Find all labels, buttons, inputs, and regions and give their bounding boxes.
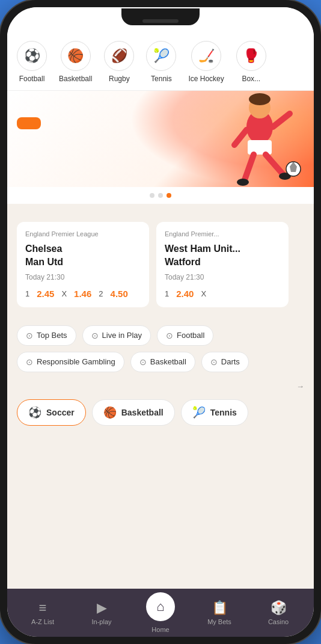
quick-link-0[interactable]: ⊙ Top Bets [17, 325, 76, 346]
svg-line-3 [234, 130, 246, 145]
match-odds-1: 1 2.40X [165, 289, 280, 299]
featured-matches-section: England Premier League ChelseaMan Utd To… [7, 204, 314, 317]
quick-links-grid: ⊙ Top Bets ⊙ Live in Play ⊙ Football ⊙ R… [17, 325, 304, 372]
phone-screen: ⚽ Football 🏀 Basketball 🏈 Rugby 🎾 Tennis… [7, 7, 314, 637]
match-card-1[interactable]: England Premier... West Ham Unit...Watfo… [156, 222, 289, 307]
odds-label-0-0: 1 [25, 289, 29, 298]
chip-icon-1: ⊙ [91, 331, 99, 340]
chip-label-5: Darts [221, 357, 240, 366]
odds-x-1-1: X [201, 289, 206, 298]
phone-notch [121, 8, 200, 25]
tab-label-0: Soccer [46, 408, 75, 417]
sport-icon-tennis: 🎾 [146, 41, 176, 71]
hero-section [7, 91, 314, 204]
nav-item-casino[interactable]: 🎲 Casino [249, 600, 308, 625]
svg-line-7 [266, 155, 283, 174]
sport-label-boxing: Box... [242, 75, 260, 83]
dot-1[interactable] [158, 193, 163, 198]
tab-icon-1: 🏀 [103, 406, 117, 419]
quick-link-4[interactable]: ⊙ Basketball [130, 352, 195, 372]
in-play-section: → ⚽ Soccer 🏀 Basketball 🎾 Tennis [7, 382, 314, 435]
chip-icon-0: ⊙ [26, 331, 33, 340]
sport-item-basketball[interactable]: 🏀 Basketball [59, 41, 92, 83]
match-time-1: Today 21:30 [165, 273, 280, 281]
chip-icon-5: ⊙ [210, 357, 218, 367]
in-play-header: → [17, 382, 304, 391]
nav-icon-0: ≡ [39, 600, 47, 616]
chip-icon-4: ⊙ [139, 357, 147, 367]
tab-icon-0: ⚽ [28, 406, 41, 419]
chip-label-4: Basketball [150, 357, 186, 366]
svg-point-2 [249, 93, 271, 105]
nav-label-2: Home [151, 626, 169, 633]
sport-tab-basketball[interactable]: 🏀 Basketball [92, 399, 175, 426]
odds-value-1-0: 2.40 [176, 289, 194, 299]
nav-label-3: My Bets [207, 618, 231, 625]
match-time-0: Today 21:30 [25, 273, 141, 281]
chip-label-2: Football [177, 331, 204, 340]
svg-point-8 [237, 179, 249, 186]
quick-link-2[interactable]: ⊙ Football [157, 325, 213, 346]
sport-item-rugby[interactable]: 🏈 Rugby [104, 41, 134, 83]
chip-icon-3: ⊙ [26, 357, 33, 367]
chip-icon-2: ⊙ [166, 331, 173, 340]
match-odds-0: 1 2.45X 1.462 4.50 [25, 289, 141, 299]
nav-item-home[interactable]: ⌂ Home [131, 592, 190, 633]
sport-item-tennis[interactable]: 🎾 Tennis [146, 41, 176, 83]
match-league-1: England Premier... [165, 230, 280, 238]
nav-label-4: Casino [268, 618, 289, 625]
quick-link-3[interactable]: ⊙ Responsible Gambling [17, 352, 124, 372]
quick-link-1[interactable]: ⊙ Live in Play [82, 325, 151, 346]
dot-2[interactable] [167, 193, 171, 198]
events-link[interactable]: → [294, 382, 304, 391]
odds-value-0-1: 1.46 [74, 289, 91, 299]
chip-label-1: Live in Play [102, 331, 142, 340]
nav-item-mybets[interactable]: 📋 My Bets [190, 600, 249, 625]
sport-icon-boxing: 🥊 [236, 41, 266, 71]
sport-item-ice_hockey[interactable]: 🏒 Ice Hockey [188, 41, 224, 83]
nav-label-1: In-play [91, 618, 111, 625]
sport-item-football[interactable]: ⚽ Football [17, 41, 47, 83]
sport-tabs: ⚽ Soccer 🏀 Basketball 🎾 Tennis [17, 399, 304, 426]
home-icon: ⌂ [156, 599, 164, 615]
odds-value-0-0: 2.45 [37, 289, 54, 299]
bottom-nav: ≡ A-Z List ▶ In-play ⌂ Home 📋 My Bets 🎲 … [7, 589, 314, 637]
hero-banner [7, 91, 314, 187]
sport-label-ice_hockey: Ice Hockey [188, 75, 224, 83]
odds-label-0-2: 2 [99, 289, 103, 298]
svg-rect-5 [248, 140, 272, 155]
sport-tab-tennis[interactable]: 🎾 Tennis [181, 399, 248, 426]
phone-speaker [142, 19, 179, 23]
player-figure [212, 91, 308, 187]
arrow-icon: → [296, 382, 304, 391]
chip-label-0: Top Bets [37, 331, 67, 340]
tab-label-2: Tennis [210, 408, 237, 417]
quick-links-section: ⊙ Top Bets ⊙ Live in Play ⊙ Football ⊙ R… [7, 325, 314, 382]
sport-item-boxing[interactable]: 🥊 Box... [236, 41, 266, 83]
sport-label-tennis: Tennis [151, 75, 172, 83]
match-card-0[interactable]: England Premier League ChelseaMan Utd To… [17, 222, 149, 307]
match-teams-1: West Ham Unit...Watford [165, 242, 280, 269]
nav-item-azlist[interactable]: ≡ A-Z List [13, 600, 72, 625]
odds-label-0-1: X [61, 289, 67, 298]
home-btn-wrap: ⌂ [146, 592, 175, 621]
sport-tab-soccer[interactable]: ⚽ Soccer [17, 399, 86, 426]
odds-label-1-0: 1 [165, 289, 169, 298]
quick-link-5[interactable]: ⊙ Darts [201, 352, 249, 372]
match-teams-0: ChelseaMan Utd [25, 242, 141, 269]
match-league-0: England Premier League [25, 230, 141, 238]
sport-icon-rugby: 🏈 [104, 41, 134, 71]
tab-icon-2: 🎾 [192, 406, 206, 419]
sport-icon-ice_hockey: 🏒 [191, 41, 221, 71]
sport-icon-football: ⚽ [17, 41, 47, 71]
phone-frame: ⚽ Football 🏀 Basketball 🏈 Rugby 🎾 Tennis… [0, 0, 321, 644]
sport-icon-basketball: 🏀 [61, 41, 91, 71]
dot-0[interactable] [150, 193, 154, 198]
nav-item-inplay[interactable]: ▶ In-play [72, 600, 131, 625]
chip-label-3: Responsible Gambling [37, 357, 115, 366]
dots-indicator [7, 187, 314, 204]
tab-label-1: Basketball [121, 408, 164, 417]
nav-icon-4: 🎲 [271, 600, 287, 616]
content-area: ⚽ Football 🏀 Basketball 🏈 Rugby 🎾 Tennis… [7, 34, 314, 589]
get-bonus-button[interactable] [17, 117, 41, 129]
